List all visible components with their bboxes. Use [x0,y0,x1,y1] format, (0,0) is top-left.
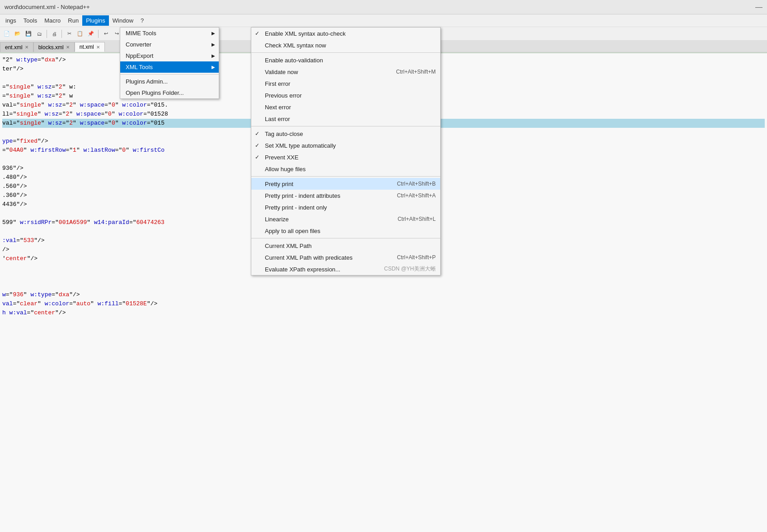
xml-linearize-label: Linearize [265,216,289,223]
xml-enable-syntax-check[interactable]: ✓ Enable XML syntax auto-check [251,28,440,39]
xml-set-type-auto[interactable]: ✓ Set XML type automatically [251,140,440,151]
xml-current-path[interactable]: Current XML Path [251,240,440,252]
xml-sep-4 [251,238,440,238]
xml-previous-error[interactable]: Previous error [251,89,440,101]
xml-enable-autovalidation-label: Enable auto-validation [265,57,323,64]
plugins-converter-label: Converter [126,41,151,48]
menu-item-plugins[interactable]: Plugins [82,15,109,26]
xml-apply-all-files-label: Apply to all open files [265,228,320,234]
plugins-open-folder-label: Open Plugins Folder... [126,89,184,96]
xml-current-path-label: Current XML Path [265,243,312,249]
plugins-mime-tools-label: MIME Tools [126,30,156,37]
xml-pretty-print[interactable]: Pretty print Ctrl+Alt+Shift+B [251,178,440,190]
xml-pretty-print-indent-attrs[interactable]: Pretty print - indent attributes Ctrl+Al… [251,190,440,201]
plugins-nppexport-label: NppExport [126,52,153,59]
xml-pretty-print-indent-attrs-label: Pretty print - indent attributes [265,192,340,199]
xml-evaluate-xpath-label: Evaluate XPath expression... [265,266,340,273]
xml-pretty-print-label: Pretty print [265,181,293,187]
xml-prevent-xxe-label: Prevent XXE [265,154,298,161]
toolbar-paste[interactable]: 📌 [86,29,96,39]
tab-close-ent-xml[interactable]: ✕ [25,45,28,50]
menu-bar: ings Tools Macro Run Plugins Window ? [0,14,767,27]
toolbar-copy[interactable]: 📋 [75,29,85,39]
tab-nt-xml[interactable]: nt.xml ✕ [75,42,105,52]
xml-prevent-xxe[interactable]: ✓ Prevent XXE [251,151,440,163]
xml-sep-2 [251,126,440,126]
xml-prevent-xxe-icon: ✓ [255,154,259,160]
xml-first-error[interactable]: First error [251,78,440,89]
plugins-admin-label: Plugins Admin... [126,78,168,85]
toolbar-save-all[interactable]: 🗂 [34,29,44,39]
menu-item-tools[interactable]: Tools [20,15,41,26]
plugins-converter[interactable]: Converter ▶ [120,39,219,50]
title-bar: word\document.xml - Notepad++ — [0,0,767,14]
xml-sep-1 [251,52,440,53]
toolbar-undo[interactable]: ↩ [101,29,111,39]
xml-tag-autoclose[interactable]: ✓ Tag auto-close [251,128,440,140]
xml-last-error-label: Last error [265,116,290,122]
xml-linearize-shortcut: Ctrl+Alt+Shift+L [398,216,436,222]
plugins-dropdown[interactable]: MIME Tools ▶ Converter ▶ NppExport ▶ XML… [120,27,219,99]
tab-blocks-xml[interactable]: blocks.xml ✕ [33,42,75,52]
plugins-nppexport-arrow: ▶ [212,53,215,58]
xml-previous-error-label: Previous error [265,92,302,99]
xml-check-syntax-now[interactable]: Check XML syntax now [251,39,440,51]
xml-pretty-print-indent-only[interactable]: Pretty print - indent only [251,201,440,213]
toolbar-open[interactable]: 📂 [13,29,23,39]
xml-current-path-predicates-shortcut: Ctrl+Alt+Shift+P [397,254,436,261]
tab-close-nt-xml[interactable]: ✕ [96,45,100,50]
xml-next-error[interactable]: Next error [251,101,440,113]
menu-item-macro[interactable]: Macro [41,15,64,26]
xml-last-error[interactable]: Last error [251,113,440,125]
menu-item-help[interactable]: ? [137,15,147,26]
plugins-mime-tools-arrow: ▶ [212,31,215,36]
xml-tag-autoclose-icon: ✓ [255,131,259,137]
xml-current-path-predicates[interactable]: Current XML Path with predicates Ctrl+Al… [251,252,440,263]
xml-validate-now[interactable]: Validate now Ctrl+Alt+Shift+M [251,66,440,78]
plugins-sep-1 [120,74,219,75]
plugins-xml-tools-label: XML Tools [126,64,153,70]
xml-pretty-print-indent-only-label: Pretty print - indent only [265,204,327,211]
xml-allow-huge-files[interactable]: Allow huge files [251,163,440,175]
toolbar-new[interactable]: 📄 [2,29,12,39]
code-line-27: w="936" w:type="dxa"/> [2,290,765,299]
menu-item-run[interactable]: Run [64,15,82,26]
menu-item-window[interactable]: Window [109,15,137,26]
toolbar-save[interactable]: 💾 [24,29,33,39]
xml-sep-3 [251,176,440,177]
tab-label: ent.xml [5,44,23,51]
plugins-open-folder[interactable]: Open Plugins Folder... [120,87,219,98]
xml-set-type-auto-icon: ✓ [255,142,259,149]
plugins-xml-tools[interactable]: XML Tools ▶ [120,61,219,73]
xml-tools-submenu[interactable]: ✓ Enable XML syntax auto-check Check XML… [251,27,441,275]
toolbar-cut[interactable]: ✂ [64,29,74,39]
xml-linearize[interactable]: Linearize Ctrl+Alt+Shift+L [251,213,440,225]
plugins-mime-tools[interactable]: MIME Tools ▶ [120,28,219,39]
plugins-admin[interactable]: Plugins Admin... [120,76,219,87]
tab-close-blocks-xml[interactable]: ✕ [66,45,70,50]
xml-set-type-auto-label: Set XML type automatically [265,142,336,149]
menu-item-ings[interactable]: ings [2,15,20,26]
xml-tag-autoclose-label: Tag auto-close [265,131,303,137]
xml-check-syntax-now-label: Check XML syntax now [265,42,326,49]
xml-enable-autovalidation[interactable]: Enable auto-validation [251,54,440,66]
toolbar-print[interactable]: 🖨 [49,29,59,39]
tab-label: nt.xml [80,44,94,50]
xml-current-path-predicates-label: Current XML Path with predicates [265,254,353,261]
xml-allow-huge-files-label: Allow huge files [265,166,306,173]
xml-pretty-print-shortcut: Ctrl+Alt+Shift+B [397,181,436,187]
xml-first-error-label: First error [265,80,290,87]
toolbar-sep-2 [61,30,62,38]
tab-label: blocks.xml [38,44,64,51]
code-line-28: val="clear" w:color="auto" w:fill="01528… [2,299,765,308]
title-bar-text: word\document.xml - Notepad++ [5,4,90,10]
minimize-button[interactable]: — [755,3,762,11]
toolbar-sep-1 [47,30,47,38]
plugins-nppexport[interactable]: NppExport ▶ [120,50,219,61]
xml-validate-now-label: Validate now [265,69,298,75]
tab-ent-xml[interactable]: ent.xml ✕ [0,42,33,52]
xml-next-error-label: Next error [265,104,291,111]
code-line-26 [2,281,765,290]
xml-enable-syntax-check-icon: ✓ [255,30,259,37]
xml-apply-all-files[interactable]: Apply to all open files [251,225,440,237]
